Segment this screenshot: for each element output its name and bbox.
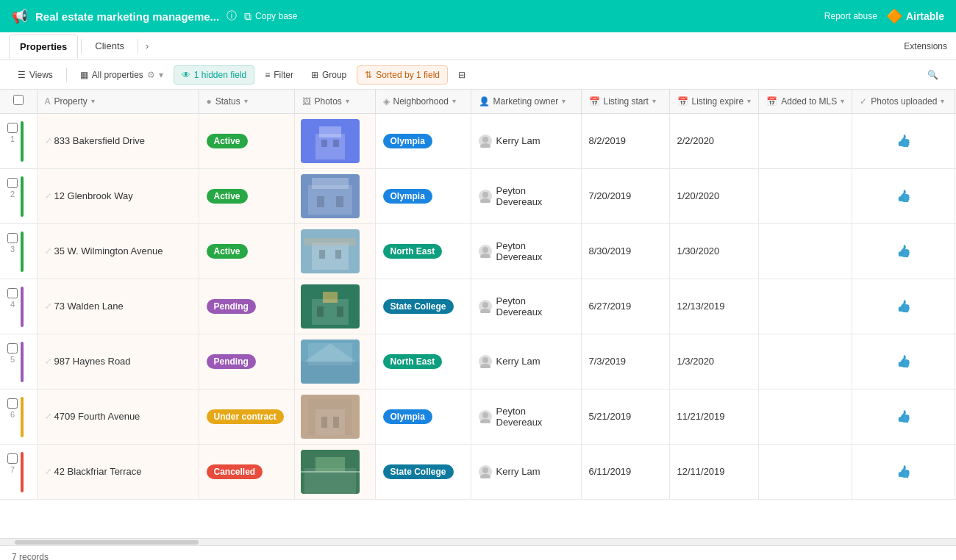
owner-cell-6[interactable]: Peyton Devereaux xyxy=(471,389,581,444)
listing-start-cell-3[interactable]: 8/30/2019 xyxy=(581,223,669,279)
th-marketing-owner[interactable]: 👤 Marketing owner ▾ xyxy=(471,90,581,113)
photo-cell-3[interactable] xyxy=(294,223,375,279)
row-checkbox-3[interactable] xyxy=(7,233,18,243)
owner-cell-2[interactable]: Peyton Devereaux xyxy=(471,168,581,223)
listing-start-cell-1[interactable]: 8/2/2019 xyxy=(581,113,669,168)
neighborhood-cell-4[interactable]: State College xyxy=(375,279,471,334)
neighborhood-cell-6[interactable]: Olympia xyxy=(375,389,471,444)
status-cell-5[interactable]: Pending xyxy=(199,334,294,389)
listing-expire-cell-2[interactable]: 1/20/2020 xyxy=(669,168,759,223)
owner-cell-7[interactable]: Kerry Lam xyxy=(471,444,581,499)
th-property[interactable]: Ꭺ Property ▾ xyxy=(37,90,199,113)
photos-uploaded-cell-2[interactable]: 👍 xyxy=(852,168,955,223)
status-cell-3[interactable]: Active xyxy=(199,223,294,279)
owner-cell-5[interactable]: Kerry Lam xyxy=(471,334,581,389)
owner-cell-4[interactable]: Peyton Devereaux xyxy=(471,279,581,334)
photos-uploaded-cell-6[interactable]: 👍 xyxy=(852,389,955,444)
table-row[interactable]: 2 ⤢ 12 Glenbrook Way Active Olympia xyxy=(0,168,956,223)
photos-uploaded-cell-3[interactable]: 👍 xyxy=(852,223,955,279)
listing-start-cell-4[interactable]: 6/27/2019 xyxy=(581,279,669,334)
th-photos-uploaded[interactable]: ✓ Photos uploaded ▾ xyxy=(852,90,955,113)
neighborhood-cell-2[interactable]: Olympia xyxy=(375,168,471,223)
photo-cell-2[interactable] xyxy=(294,168,375,223)
added-mls-cell-3[interactable] xyxy=(759,223,852,279)
added-mls-cell-7[interactable] xyxy=(759,444,852,499)
table-row[interactable]: 7 ⤢ 42 Blackfriar Terrace Cancelled Stat… xyxy=(0,444,956,499)
photos-uploaded-cell-5[interactable]: 👍 xyxy=(852,334,955,389)
info-icon[interactable]: ⓘ xyxy=(226,10,237,23)
select-all-checkbox[interactable] xyxy=(13,95,24,105)
photos-uploaded-cell-4[interactable]: 👍 xyxy=(852,279,955,334)
neighborhood-cell-1[interactable]: Olympia xyxy=(375,113,471,168)
listing-expire-cell-6[interactable]: 11/21/2019 xyxy=(669,389,759,444)
table-row[interactable]: 4 ⤢ 73 Walden Lane Pending State College xyxy=(0,279,956,334)
copy-base-button[interactable]: ⧉ Copy base xyxy=(244,10,297,23)
th-listing-start[interactable]: 📅 Listing start ▾ xyxy=(581,90,669,113)
property-cell-2[interactable]: ⤢ 12 Glenbrook Way xyxy=(37,168,199,223)
table-row[interactable]: 5 ⤢ 987 Haynes Road Pending North East xyxy=(0,334,956,389)
listing-start-cell-7[interactable]: 6/11/2019 xyxy=(581,444,669,499)
listing-start-cell-2[interactable]: 7/20/2019 xyxy=(581,168,669,223)
property-cell-4[interactable]: ⤢ 73 Walden Lane xyxy=(37,279,199,334)
listing-start-cell-5[interactable]: 7/3/2019 xyxy=(581,334,669,389)
listing-start-cell-6[interactable]: 5/21/2019 xyxy=(581,389,669,444)
tab-properties[interactable]: Properties xyxy=(9,35,78,59)
table-row[interactable]: 6 ⤢ 4709 Fourth Avenue Under contract Ol… xyxy=(0,389,956,444)
row-checkbox-4[interactable] xyxy=(7,288,18,298)
expand-icon-1[interactable]: ⤢ xyxy=(45,136,51,146)
table-row[interactable]: 1 ⤢ 833 Bakersfield Drive Active Olympia xyxy=(0,113,956,168)
expand-icon-3[interactable]: ⤢ xyxy=(45,246,51,256)
table-row[interactable]: 3 ⤢ 35 W. Wilmington Avenue Active North… xyxy=(0,223,956,279)
added-mls-cell-5[interactable] xyxy=(759,334,852,389)
report-abuse-link[interactable]: Report abuse xyxy=(824,11,877,21)
row-height-button[interactable]: ⊟ xyxy=(451,66,473,84)
expand-icon-5[interactable]: ⤢ xyxy=(45,356,51,366)
listing-expire-cell-7[interactable]: 12/11/2019 xyxy=(669,444,759,499)
th-listing-expire[interactable]: 📅 Listing expire ▾ xyxy=(669,90,759,113)
scrollbar[interactable] xyxy=(0,538,956,545)
th-neighborhood[interactable]: ◈ Neighborhood ▾ xyxy=(375,90,471,113)
neighborhood-cell-5[interactable]: North East xyxy=(375,334,471,389)
th-photos[interactable]: 🖼 Photos ▾ xyxy=(294,90,375,113)
row-checkbox-7[interactable] xyxy=(7,453,18,464)
expand-icon-4[interactable]: ⤢ xyxy=(45,301,51,311)
tab-clients[interactable]: Clients xyxy=(85,35,135,57)
hidden-field-button[interactable]: 👁 1 hidden field xyxy=(174,65,254,85)
views-button[interactable]: ☰ Views xyxy=(10,66,60,84)
listing-expire-cell-5[interactable]: 1/3/2020 xyxy=(669,334,759,389)
th-status[interactable]: ● Status ▾ xyxy=(199,90,294,113)
property-cell-3[interactable]: ⤢ 35 W. Wilmington Avenue xyxy=(37,223,199,279)
property-cell-7[interactable]: ⤢ 42 Blackfriar Terrace xyxy=(37,444,199,499)
added-mls-cell-2[interactable] xyxy=(759,168,852,223)
tab-more-button[interactable]: › xyxy=(141,40,153,51)
th-added-mls[interactable]: 📅 Added to MLS ▾ xyxy=(759,90,852,113)
status-cell-4[interactable]: Pending xyxy=(199,279,294,334)
added-mls-cell-6[interactable] xyxy=(759,389,852,444)
neighborhood-cell-7[interactable]: State College xyxy=(375,444,471,499)
listing-expire-cell-1[interactable]: 2/2/2020 xyxy=(669,113,759,168)
extensions-link[interactable]: Extensions xyxy=(904,41,947,51)
sort-button[interactable]: ⇅ Sorted by 1 field xyxy=(357,65,448,85)
neighborhood-cell-3[interactable]: North East xyxy=(375,223,471,279)
status-cell-6[interactable]: Under contract xyxy=(199,389,294,444)
group-button[interactable]: ⊞ Group xyxy=(304,66,354,84)
property-cell-1[interactable]: ⤢ 833 Bakersfield Drive xyxy=(37,113,199,168)
added-mls-cell-4[interactable] xyxy=(759,279,852,334)
expand-icon-7[interactable]: ⤢ xyxy=(45,467,51,476)
expand-icon-2[interactable]: ⤢ xyxy=(45,191,51,201)
expand-icon-6[interactable]: ⤢ xyxy=(45,412,51,421)
status-cell-1[interactable]: Active xyxy=(199,113,294,168)
filter-button[interactable]: ≡ Filter xyxy=(257,66,301,84)
photo-cell-5[interactable] xyxy=(294,334,375,389)
all-properties-button[interactable]: ▦ All properties ⚙ ▾ xyxy=(73,66,171,84)
listing-expire-cell-4[interactable]: 12/13/2019 xyxy=(669,279,759,334)
added-mls-cell-1[interactable] xyxy=(759,113,852,168)
property-cell-5[interactable]: ⤢ 987 Haynes Road xyxy=(37,334,199,389)
th-checkbox[interactable] xyxy=(0,90,37,113)
scrollbar-thumb[interactable] xyxy=(15,540,199,545)
photo-cell-4[interactable] xyxy=(294,279,375,334)
property-cell-6[interactable]: ⤢ 4709 Fourth Avenue xyxy=(37,389,199,444)
photos-uploaded-cell-1[interactable]: 👍 xyxy=(852,113,955,168)
status-cell-7[interactable]: Cancelled xyxy=(199,444,294,499)
owner-cell-3[interactable]: Peyton Devereaux xyxy=(471,223,581,279)
